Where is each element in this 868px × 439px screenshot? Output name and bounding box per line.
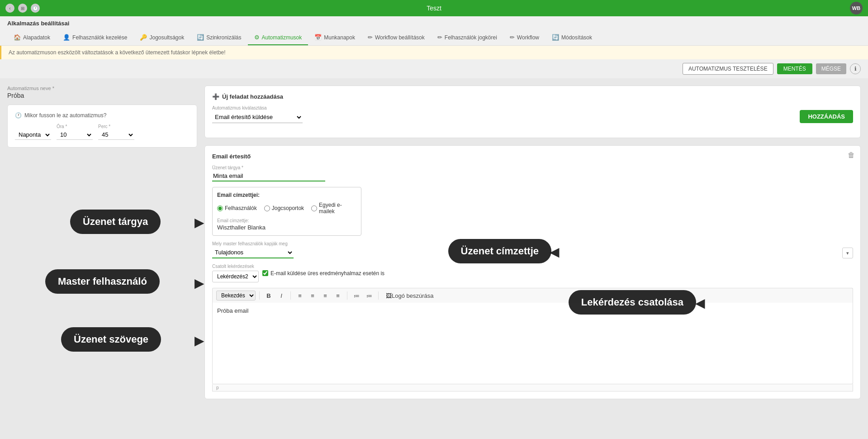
master-user-dropdown-arrow[interactable]: ▾ [842, 248, 853, 258]
justify-button[interactable]: ≡ [332, 290, 343, 301]
plus-icon: ➕ [212, 93, 219, 100]
window-title: Teszt [427, 5, 441, 12]
schedule-title: 🕐 Mikor fusson le az automatizmus? [15, 112, 190, 119]
hour-select[interactable]: 10 [57, 130, 93, 140]
task-select-row: Automatizmus kiválasztása Email értesítő… [212, 105, 853, 123]
info-banner: Az automatizmuson eszközölt változtatáso… [0, 46, 868, 59]
user-icon: 👤 [63, 34, 70, 41]
left-panel: Automatizmus neve * Próba 🕐 Mikor fusson… [7, 86, 197, 399]
clock-button[interactable]: 🕐 [31, 4, 40, 13]
key-icon: 🔑 [140, 34, 147, 41]
email-cimzett-value: Wiszthaller Blanka [217, 224, 356, 231]
minute-group: Perc * 45 [98, 124, 134, 140]
history-icon: 🔄 [552, 34, 559, 41]
add-task-button[interactable]: HOZZÁADÁS [800, 110, 853, 123]
right-panel: ➕ Új feladat hozzáadása Automatizmus kiv… [204, 86, 861, 399]
subject-input[interactable] [212, 171, 325, 181]
grid-button[interactable]: ⊞ [18, 4, 27, 13]
tab-jogosultsagok[interactable]: 🔑 Jogosultságok [133, 30, 190, 45]
logo-insert-button[interactable]: 🖼 Logó beszúrása [382, 290, 437, 301]
home-icon: 🏠 [14, 34, 21, 41]
query-row: Csatolt lekérdezések Lekérdezés2 E-mail … [212, 264, 853, 282]
empty-result-checkbox[interactable] [262, 270, 268, 276]
radio-users[interactable]: Felhasználók [217, 202, 257, 215]
task-type-select[interactable]: Email értesítő küldése [212, 111, 303, 123]
master-user-select[interactable]: Tulajdonos [212, 247, 294, 258]
schedule-card: 🕐 Mikor fusson le az automatizmus? Napon… [7, 105, 197, 148]
tab-felhasznalok-jogkorei[interactable]: ✏ Felhasználók jogkörei [431, 30, 503, 45]
calendar-icon: 📅 [314, 34, 322, 41]
recipient-type-radio-group: Felhasználók Jogcsoportok Egyedi e-maile… [217, 202, 356, 215]
email-form-title: Email értesítő [212, 153, 853, 160]
window-controls[interactable]: ‹ ⊞ 🕐 [5, 4, 40, 13]
ordered-list-button[interactable]: ≔ [351, 290, 362, 301]
tab-munkanapok[interactable]: 📅 Munkanapok [308, 30, 361, 45]
subject-label: Üzenet tárgya * [212, 165, 853, 170]
new-task-header: ➕ Új feladat hozzáadása [212, 93, 853, 100]
clock-icon: 🕐 [15, 112, 22, 119]
main-content: Automatizmus neve * Próba 🕐 Mikor fusson… [0, 78, 868, 406]
master-user-group: Mely master felhasználók kapják meg Tula… [212, 241, 839, 258]
radio-groups[interactable]: Jogcsoportok [264, 202, 304, 215]
align-right-button[interactable]: ≡ [320, 290, 331, 301]
minute-select[interactable]: 45 [98, 130, 134, 140]
master-user-row: Mely master felhasználók kapják meg Tula… [212, 241, 853, 258]
unordered-list-button[interactable]: ≔ [364, 290, 375, 301]
toolbar: AUTOMATIZMUS TESZTELÉSE MENTÉS MÉGSE ℹ [0, 59, 868, 78]
minute-label: Perc * [98, 124, 134, 129]
app-header: Alkalmazás beállításai 🏠 Alapadatok 👤 Fe… [0, 16, 868, 46]
query-label: Csatolt lekérdezések [212, 264, 259, 269]
frequency-group: Naponta Hetente Havonta [15, 129, 51, 140]
align-left-button[interactable]: ≡ [294, 290, 305, 301]
task-select-group: Automatizmus kiválasztása Email értesítő… [212, 105, 794, 123]
pencil3-icon: ✏ [510, 34, 515, 41]
master-user-label: Mely master felhasználók kapják meg [212, 241, 839, 246]
sync-icon: 🔄 [197, 34, 204, 41]
recipients-title: Email címzettjei: [217, 192, 356, 198]
pencil-icon: ✏ [368, 34, 373, 41]
schedule-fields: Naponta Hetente Havonta Óra * 10 Perc * … [15, 124, 190, 140]
align-center-button[interactable]: ≡ [307, 290, 318, 301]
hour-group: Óra * 10 [57, 124, 93, 140]
delete-email-form-button[interactable]: 🗑 [848, 151, 855, 159]
user-avatar: WB [850, 2, 863, 14]
tab-workflow-beallitasok[interactable]: ✏ Workflow beállítások [361, 30, 431, 45]
bold-button[interactable]: B [263, 290, 274, 301]
frequency-select[interactable]: Naponta Hetente Havonta [15, 130, 51, 140]
cancel-button[interactable]: MÉGSE [816, 63, 846, 74]
editor-area[interactable]: Próba email [212, 303, 853, 384]
task-select-label: Automatizmus kiválasztása [212, 105, 794, 110]
tab-modositasok[interactable]: 🔄 Módosítások [545, 30, 598, 45]
automation-name-label: Automatizmus neve * [7, 86, 197, 91]
pencil2-icon: ✏ [437, 34, 442, 41]
test-automation-button[interactable]: AUTOMATIZMUS TESZTELÉSE [683, 63, 773, 75]
tab-workflow[interactable]: ✏ Workflow [503, 30, 545, 45]
radio-custom-email[interactable]: Egyedi e-mailek [311, 202, 356, 215]
editor-status-bar: p [212, 384, 853, 391]
save-button[interactable]: MENTÉS [777, 63, 812, 74]
tab-automatizmusok[interactable]: ⚙ Automatizmusok [248, 30, 308, 45]
nav-tabs: 🏠 Alapadatok 👤 Felhasználók kezelése 🔑 J… [7, 30, 861, 45]
italic-button[interactable]: I [276, 290, 287, 301]
hour-label: Óra * [57, 124, 93, 129]
gear-icon: ⚙ [254, 34, 260, 41]
toolbar-sep-2 [290, 291, 291, 300]
editor-toolbar: Bekezdés B I ≡ ≡ ≡ ≡ ≔ ≔ 🖼 Logó beszúrás… [212, 288, 853, 303]
toolbar-sep-4 [378, 291, 379, 300]
tab-alapadatok[interactable]: 🏠 Alapadatok [7, 30, 57, 45]
title-bar: ‹ ⊞ 🕐 Teszt WB [0, 0, 868, 16]
new-task-card: ➕ Új feladat hozzáadása Automatizmus kiv… [204, 86, 861, 138]
app-title: Alkalmazás beállításai [7, 20, 861, 27]
tab-szinkronizalas[interactable]: 🔄 Szinkronizálás [190, 30, 247, 45]
query-select[interactable]: Lekérdezés2 [212, 271, 259, 282]
email-form: Email értesítő 🗑 Üzenet tárgya * Email c… [204, 145, 861, 399]
format-select[interactable]: Bekezdés [216, 291, 256, 301]
info-button[interactable]: ℹ [850, 63, 861, 74]
email-cimzett-label: Email címzettje: [217, 218, 356, 223]
back-button[interactable]: ‹ [5, 4, 14, 13]
tab-felhasznalok[interactable]: 👤 Felhasználók kezelése [57, 30, 133, 45]
subject-field: Üzenet tárgya * [212, 165, 853, 181]
toolbar-sep-1 [259, 291, 260, 300]
empty-result-checkbox-label[interactable]: E-mail küldése üres eredményhalmaz eseté… [262, 270, 384, 277]
recipients-box: Email címzettjei: Felhasználók Jogcsopor… [212, 187, 361, 236]
